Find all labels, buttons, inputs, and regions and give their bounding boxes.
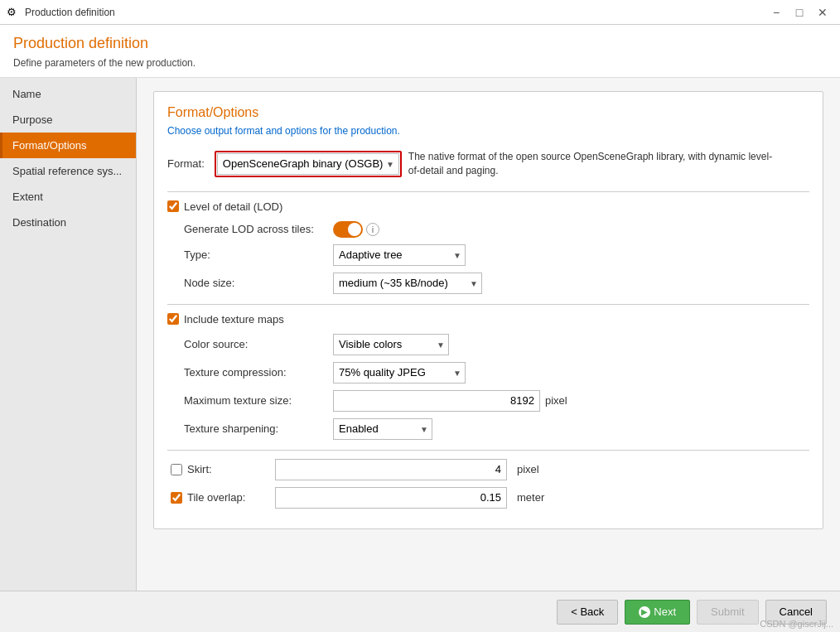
content-area: Format/Options Choose output format and … bbox=[137, 78, 840, 591]
content-panel: Format/Options Choose output format and … bbox=[153, 91, 823, 529]
app-icon: ⚙ bbox=[7, 6, 20, 19]
lod-label: Level of detail (LOD) bbox=[184, 200, 282, 213]
format-description: The native format of the open source Ope… bbox=[408, 150, 781, 178]
back-button[interactable]: < Back bbox=[557, 600, 618, 625]
generate-lod-toggle[interactable] bbox=[333, 221, 363, 238]
texture-compression-row: Texture compression: 75% quality JPEG 90… bbox=[167, 362, 809, 384]
texture-section: Include texture maps Color source: Visib… bbox=[167, 313, 809, 440]
type-row: Type: Adaptive tree Balanced tree Flat ▼ bbox=[167, 244, 809, 266]
texture-compression-label: Texture compression: bbox=[184, 366, 333, 379]
max-texture-size-row: Maximum texture size: 8192 pixel bbox=[167, 390, 809, 412]
format-label: Format: bbox=[167, 157, 205, 170]
sidebar-item-spatial-reference[interactable]: Spatial reference sys... bbox=[0, 158, 136, 184]
type-select[interactable]: Adaptive tree Balanced tree Flat bbox=[333, 244, 466, 266]
color-source-select[interactable]: Visible colors Thermal NIR bbox=[333, 334, 449, 355]
max-texture-size-label: Maximum texture size: bbox=[184, 394, 333, 407]
color-source-select-wrapper: Visible colors Thermal NIR ▼ bbox=[333, 334, 449, 355]
max-texture-size-input[interactable]: 8192 bbox=[333, 390, 540, 412]
skirt-checkbox[interactable] bbox=[171, 464, 182, 475]
tile-overlap-unit: meter bbox=[517, 491, 544, 504]
format-select[interactable]: OpenSceneGraph binary (OSGB) Cesium 3D T… bbox=[217, 153, 399, 175]
page-title: Production definition bbox=[13, 35, 827, 52]
skirt-input[interactable]: 4 bbox=[275, 459, 507, 480]
lod-info-icon[interactable]: i bbox=[366, 223, 379, 236]
lod-checkbox[interactable] bbox=[167, 200, 179, 212]
content-subtitle: Choose output format and options for the… bbox=[167, 125, 809, 137]
texture-sharpening-label: Texture sharpening: bbox=[184, 422, 333, 435]
main-content: Name Purpose Format/Options Spatial refe… bbox=[0, 78, 840, 591]
format-select-container: OpenSceneGraph binary (OSGB) Cesium 3D T… bbox=[217, 153, 399, 175]
sidebar: Name Purpose Format/Options Spatial refe… bbox=[0, 78, 137, 591]
color-source-label: Color source: bbox=[184, 338, 333, 350]
divider-1 bbox=[167, 191, 809, 192]
header: Production definition Define parameters … bbox=[0, 25, 840, 78]
sidebar-item-purpose[interactable]: Purpose bbox=[0, 107, 136, 133]
tile-overlap-checkbox[interactable] bbox=[171, 492, 182, 504]
skirt-label: Skirt: bbox=[187, 463, 270, 475]
type-select-wrapper: Adaptive tree Balanced tree Flat ▼ bbox=[333, 244, 466, 266]
maximize-button[interactable]: □ bbox=[789, 4, 810, 21]
lod-section: Level of detail (LOD) Generate LOD acros… bbox=[167, 200, 809, 294]
texture-sharpening-row: Texture sharpening: Enabled Disabled ▼ bbox=[167, 418, 809, 440]
generate-lod-row: Generate LOD across tiles: i bbox=[167, 221, 809, 238]
sidebar-item-destination[interactable]: Destination bbox=[0, 210, 136, 235]
color-source-row: Color source: Visible colors Thermal NIR… bbox=[167, 334, 809, 355]
minimize-button[interactable]: − bbox=[765, 4, 787, 21]
divider-2 bbox=[167, 304, 809, 305]
next-button-icon: ▶ bbox=[639, 606, 650, 618]
texture-sharpening-select[interactable]: Enabled Disabled bbox=[333, 418, 432, 440]
sidebar-item-name[interactable]: Name bbox=[0, 81, 136, 107]
texture-compression-select-wrapper: 75% quality JPEG 90% quality JPEG None (… bbox=[333, 362, 466, 384]
texture-label: Include texture maps bbox=[184, 313, 284, 326]
texture-compression-select[interactable]: 75% quality JPEG 90% quality JPEG None (… bbox=[333, 362, 466, 384]
texture-checkbox[interactable] bbox=[167, 313, 179, 325]
tile-overlap-row: Tile overlap: 0.15 meter bbox=[167, 487, 809, 509]
node-size-select[interactable]: small (~10 kB/node) medium (~35 kB/node)… bbox=[333, 273, 482, 294]
toggle-knob bbox=[348, 223, 361, 236]
watermark: CSDN @giserJij... bbox=[760, 619, 833, 629]
lod-section-header: Level of detail (LOD) bbox=[167, 200, 809, 213]
page-subtitle: Define parameters of the new production. bbox=[13, 57, 827, 69]
skirt-row: Skirt: 4 pixel bbox=[167, 459, 809, 480]
texture-section-header: Include texture maps bbox=[167, 313, 809, 326]
divider-3 bbox=[167, 450, 809, 451]
max-texture-size-unit: pixel bbox=[545, 394, 567, 407]
skirt-unit: pixel bbox=[517, 463, 539, 475]
node-size-row: Node size: small (~10 kB/node) medium (~… bbox=[167, 273, 809, 294]
close-button[interactable]: ✕ bbox=[812, 4, 833, 21]
submit-button: Submit bbox=[697, 600, 758, 625]
next-button-label: Next bbox=[654, 605, 676, 618]
sidebar-item-extent[interactable]: Extent bbox=[0, 184, 136, 210]
type-label: Type: bbox=[184, 248, 333, 261]
content-title: Format/Options bbox=[167, 105, 809, 120]
title-bar: ⚙ Production definition − □ ✕ bbox=[0, 0, 840, 25]
title-bar-controls: − □ ✕ bbox=[765, 4, 833, 21]
node-size-select-wrapper: small (~10 kB/node) medium (~35 kB/node)… bbox=[333, 273, 482, 294]
title-bar-title: Production definition bbox=[25, 7, 765, 18]
generate-lod-label: Generate LOD across tiles: bbox=[184, 223, 333, 235]
sidebar-item-format-options[interactable]: Format/Options bbox=[0, 133, 136, 158]
footer: < Back ▶ Next Submit Cancel bbox=[0, 591, 840, 632]
next-button[interactable]: ▶ Next bbox=[625, 600, 690, 625]
tile-overlap-label: Tile overlap: bbox=[187, 491, 270, 504]
node-size-label: Node size: bbox=[184, 277, 333, 289]
texture-sharpening-select-wrapper: Enabled Disabled ▼ bbox=[333, 418, 432, 440]
format-select-wrapper: OpenSceneGraph binary (OSGB) Cesium 3D T… bbox=[215, 151, 402, 177]
tile-overlap-input[interactable]: 0.15 bbox=[275, 487, 507, 509]
format-row: Format: OpenSceneGraph binary (OSGB) Ces… bbox=[167, 150, 809, 178]
